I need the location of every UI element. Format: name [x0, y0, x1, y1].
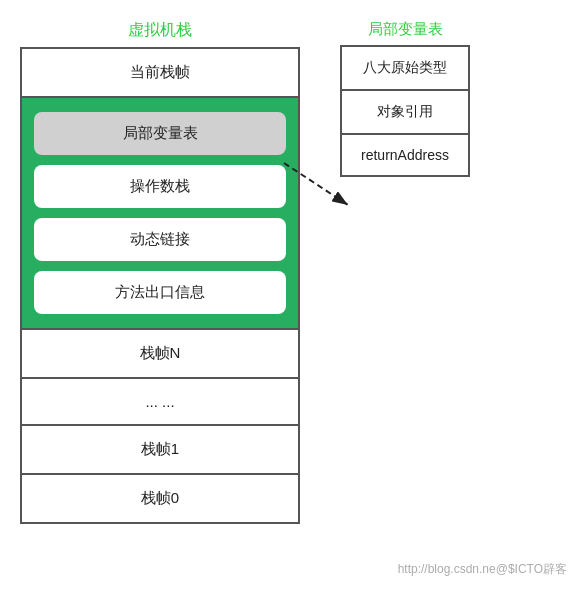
local-vars-box: 局部变量表: [34, 112, 286, 155]
local-var-table: 八大原始类型 对象引用 returnAddress: [340, 45, 470, 177]
main-container: 虚拟机栈 当前栈帧 局部变量表 操作数栈 动态链接 方法出口信息 栈帧N ...…: [0, 0, 587, 534]
operand-stack-box: 操作数栈: [34, 165, 286, 208]
method-exit-box: 方法出口信息: [34, 271, 286, 314]
local-var-section: 局部变量表 八大原始类型 对象引用 returnAddress: [330, 20, 470, 524]
local-var-row-1: 对象引用: [342, 91, 468, 135]
watermark: http://blog.csdn.ne@$ICTO辟客: [398, 561, 567, 578]
frame-1: 栈帧1: [22, 426, 298, 475]
green-frame: 局部变量表 操作数栈 动态链接 方法出口信息: [22, 98, 298, 330]
frame-dots: ... ...: [22, 379, 298, 426]
virtual-stack-label: 虚拟机栈: [20, 20, 300, 41]
frame-n: 栈帧N: [22, 330, 298, 379]
current-frame-row: 当前栈帧: [22, 49, 298, 98]
virtual-stack-section: 虚拟机栈 当前栈帧 局部变量表 操作数栈 动态链接 方法出口信息 栈帧N ...…: [20, 20, 300, 524]
bottom-frames: 栈帧N ... ... 栈帧1 栈帧0: [22, 330, 298, 522]
dynamic-link-box: 动态链接: [34, 218, 286, 261]
local-var-row-0: 八大原始类型: [342, 47, 468, 91]
stack-border: 当前栈帧 局部变量表 操作数栈 动态链接 方法出口信息 栈帧N ... ... …: [20, 47, 300, 524]
local-var-row-2: returnAddress: [342, 135, 468, 175]
frame-0: 栈帧0: [22, 475, 298, 522]
local-var-label: 局部变量表: [340, 20, 470, 39]
